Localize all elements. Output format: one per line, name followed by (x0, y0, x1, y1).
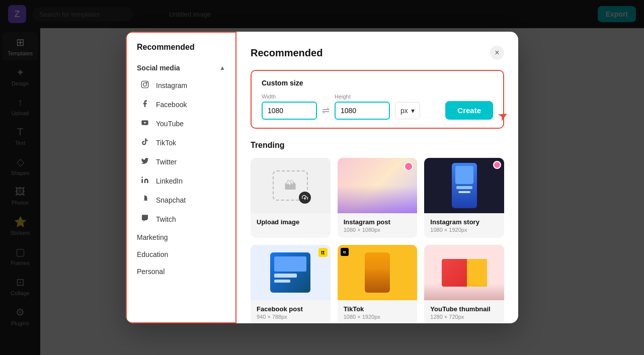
nav-item-linkedin[interactable]: LinkedIn (127, 171, 235, 191)
nav-item-youtube[interactable]: YouTube (127, 114, 235, 133)
trending-grid: 🏔 Upload image (251, 158, 504, 323)
upload-dashed-box: 🏔 (273, 170, 308, 201)
svg-rect-0 (141, 81, 148, 87)
svg-point-2 (146, 82, 147, 83)
social-media-label: Social media (137, 64, 180, 72)
unit-chevron-icon: ▾ (411, 107, 415, 115)
nav-item-twitter[interactable]: Twitter (127, 152, 235, 171)
instagram-post-thumb (338, 158, 418, 213)
width-field-group: Width (262, 94, 317, 120)
instagram-label: Instagram (156, 81, 187, 90)
upload-image-card[interactable]: 🏔 Upload image (251, 158, 331, 238)
twitch-icon (141, 214, 151, 224)
instagram-post-card[interactable]: Instagram post 1080 × 1080px (338, 158, 418, 238)
upload-cloud-icon (299, 192, 311, 204)
upload-image-info: Upload image (251, 213, 331, 231)
unit-select[interactable]: px ▾ (395, 102, 420, 119)
width-input[interactable] (262, 102, 317, 120)
modal-backdrop[interactable]: Recommended Social media ▲ Instagram Fac… (0, 0, 644, 355)
marketing-section[interactable]: Marketing (127, 229, 235, 246)
instagram-post-name: Instagram post (344, 218, 412, 226)
width-label: Width (262, 94, 317, 100)
facebook-post-name: Facebook post (257, 305, 325, 313)
modal-left-title: Recommended (127, 43, 235, 60)
instagram-story-name: Instagram story (430, 218, 498, 226)
instagram-story-thumb (424, 158, 504, 213)
youtube-preview (424, 245, 504, 300)
tiktok-label: TikTok (156, 139, 176, 147)
custom-size-title: Custom size (262, 79, 493, 87)
upload-image-thumb: 🏔 (251, 158, 331, 213)
modal-right-title: Recommended (251, 47, 323, 59)
recommended-modal: Recommended Social media ▲ Instagram Fac… (126, 32, 518, 323)
linkedin-icon (141, 176, 151, 186)
tiktok-info: TikTok 1080 × 1920px (338, 300, 418, 323)
instagram-post-preview (338, 158, 418, 213)
instagram-post-info: Instagram post 1080 × 1080px (338, 213, 418, 238)
tiktok-dim: 1080 × 1920px (344, 314, 412, 320)
facebook-post-preview: tt (251, 245, 331, 300)
youtube-thumb (424, 245, 504, 300)
tiktok-card[interactable]: tt TikTok 1080 × 1920px (338, 245, 418, 323)
twitter-label: Twitter (156, 158, 177, 166)
personal-section[interactable]: Personal (127, 263, 235, 280)
tiktok-name: TikTok (344, 305, 412, 313)
nav-item-tiktok[interactable]: TikTok (127, 133, 235, 152)
nav-item-instagram[interactable]: Instagram (127, 76, 235, 95)
youtube-icon (141, 119, 151, 129)
youtube-thumbnail-dim: 1280 × 720px (430, 314, 498, 320)
youtube-thumbnail-card[interactable]: YouTube thumbnail 1280 × 720px (424, 245, 504, 323)
height-label: Height (335, 94, 390, 100)
facebook-post-dim: 940 × 788px (257, 314, 325, 320)
custom-size-box: Custom size Width ⇌ Height px ▾ (251, 70, 504, 129)
instagram-icon (141, 80, 151, 91)
height-field-group: Height (335, 94, 390, 120)
upload-placeholder: 🏔 (251, 158, 331, 213)
modal-right-panel: Recommended × Custom size Width ⇌ Height (236, 32, 518, 323)
height-input[interactable] (335, 102, 390, 120)
svg-point-1 (143, 83, 147, 86)
twitter-icon (141, 157, 151, 167)
story-badge (493, 161, 501, 169)
instagram-story-info: Instagram story 1080 × 1920px (424, 213, 504, 238)
svg-point-5 (141, 176, 143, 178)
social-media-chevron-icon: ▲ (219, 64, 225, 71)
tiktok-thumb: tt (338, 245, 418, 300)
facebook-post-card[interactable]: tt Facebook post 940 × 788px (251, 245, 331, 323)
facebook-post-info: Facebook post 940 × 788px (251, 300, 331, 323)
social-media-section-header[interactable]: Social media ▲ (127, 60, 235, 76)
nav-item-facebook[interactable]: Facebook (127, 95, 235, 114)
mountain-icon: 🏔 (284, 179, 296, 193)
nav-item-snapchat[interactable]: Snapchat (127, 191, 235, 210)
snapchat-icon (141, 195, 151, 205)
custom-size-row: Width ⇌ Height px ▾ Create (262, 93, 493, 120)
create-button[interactable]: Create (445, 101, 493, 120)
education-section[interactable]: Education (127, 246, 235, 263)
youtube-label: YouTube (156, 120, 184, 128)
unit-label: px (400, 107, 408, 115)
upload-image-name: Upload image (257, 218, 325, 226)
linkedin-label: LinkedIn (156, 177, 183, 185)
modal-title-row: Recommended × (251, 46, 504, 60)
facebook-label: Facebook (156, 101, 187, 109)
snapchat-label: Snapchat (156, 196, 186, 204)
modal-left-panel: Recommended Social media ▲ Instagram Fac… (126, 32, 236, 323)
trending-title: Trending (251, 141, 504, 150)
instagram-post-dim: 1080 × 1080px (344, 227, 412, 233)
instagram-story-dim: 1080 × 1920px (430, 227, 498, 233)
instagram-story-preview (424, 158, 504, 213)
nav-item-twitch[interactable]: Twitch (127, 210, 235, 229)
youtube-thumbnail-name: YouTube thumbnail (430, 305, 498, 313)
size-separator: ⇌ (322, 105, 330, 116)
twitch-label: Twitch (156, 215, 176, 223)
modal-close-button[interactable]: × (490, 46, 504, 60)
instagram-story-card[interactable]: Instagram story 1080 × 1920px (424, 158, 504, 238)
tiktok-icon (141, 138, 151, 148)
tiktok-preview: tt (338, 245, 418, 300)
youtube-thumbnail-info: YouTube thumbnail 1280 × 720px (424, 300, 504, 323)
story-icon (404, 162, 413, 171)
facebook-icon (141, 100, 151, 110)
red-arrow-annotation: ➤ (495, 107, 511, 124)
facebook-post-thumb: tt (251, 245, 331, 300)
